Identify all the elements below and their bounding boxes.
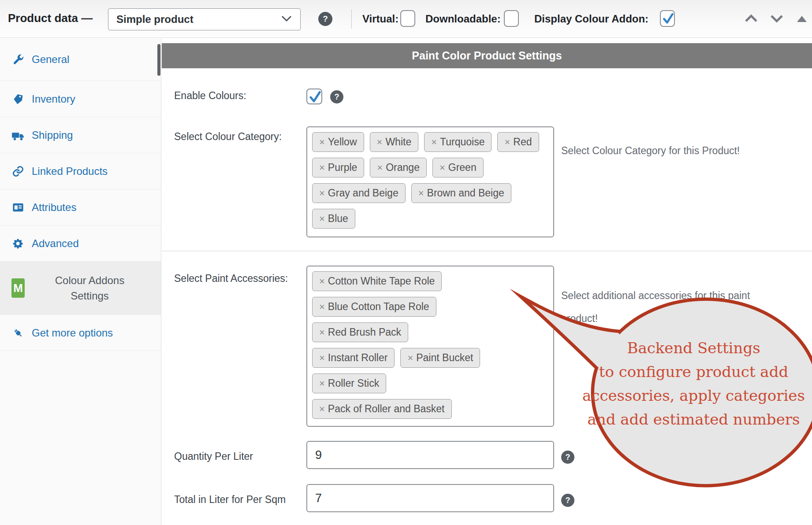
tab-label: Shipping <box>32 129 73 141</box>
colour-category-hint: Select Colour Category for this Product! <box>561 145 740 157</box>
colour-addons-settings-panel: Paint Color Product Settings Enable Colo… <box>162 38 812 525</box>
product-type-value: Simple product <box>116 13 281 26</box>
colour-addons-logo-icon: M <box>11 278 25 298</box>
remove-tag-icon[interactable]: × <box>418 189 424 198</box>
quantity-per-liter-label: Quantity Per Liter <box>174 451 253 462</box>
product-type-help-icon[interactable]: ? <box>318 12 332 26</box>
remove-tag-icon[interactable]: × <box>431 137 437 147</box>
enable-colours-checkbox[interactable] <box>306 89 322 104</box>
product-data-tabs: General Inventory Shipping Linked Produc… <box>0 38 161 525</box>
remove-tag-icon[interactable]: × <box>377 137 383 147</box>
link-icon <box>11 165 25 177</box>
total-liter-per-sqm-help-icon[interactable]: ? <box>561 494 574 507</box>
colour-category-tag[interactable]: ×Purple <box>312 158 364 177</box>
tab-advanced[interactable]: Advanced <box>0 226 161 262</box>
remove-tag-icon[interactable]: × <box>504 137 510 147</box>
tab-linked-products[interactable]: Linked Products <box>0 153 161 189</box>
enable-colours-help-icon[interactable]: ? <box>330 90 343 104</box>
virtual-checkbox[interactable] <box>400 10 415 27</box>
paint-accessory-tag[interactable]: ×Red Brush Pack <box>312 322 408 342</box>
index-card-icon <box>11 201 25 214</box>
truck-icon <box>11 129 25 141</box>
tag-label: Purple <box>328 162 357 174</box>
colour-category-tag[interactable]: ×Gray and Beige <box>312 183 406 203</box>
remove-tag-icon[interactable]: × <box>319 328 325 337</box>
tab-label: Get more options <box>32 327 113 339</box>
colour-category-tag[interactable]: ×White <box>370 132 419 152</box>
paint-accessories-hint: Select additional accessories for this p… <box>561 284 773 330</box>
paint-accessories-label: Select Paint Accessories: <box>174 273 288 285</box>
tab-inventory[interactable]: Inventory <box>0 81 161 117</box>
scrollbar-thumb[interactable] <box>157 44 160 76</box>
total-liter-per-sqm-label: Total in Liter for Per Sqm <box>174 494 286 506</box>
colour-category-multiselect[interactable]: ×Yellow×White×Turquoise×Red×Purple×Orang… <box>306 126 554 237</box>
paint-accessory-tag[interactable]: ×Instant Roller <box>312 348 395 368</box>
plug-icon <box>11 327 25 339</box>
wrench-icon <box>11 53 25 66</box>
colour-category-tag[interactable]: ×Red <box>497 132 539 152</box>
move-down-icon[interactable] <box>769 13 785 26</box>
remove-tag-icon[interactable]: × <box>319 137 325 147</box>
paint-accessory-tag[interactable]: ×Pack of Roller and Basket <box>312 399 452 419</box>
tab-colour-addons-settings[interactable]: M Colour Addons Settings <box>0 262 161 315</box>
tag-label: Turquoise <box>440 136 484 148</box>
tab-label: Advanced <box>32 237 79 250</box>
tag-label: Blue Cotton Tape Role <box>328 301 429 313</box>
remove-tag-icon[interactable]: × <box>319 404 325 414</box>
colour-category-tag[interactable]: ×Blue <box>312 209 355 229</box>
remove-tag-icon[interactable]: × <box>319 189 325 198</box>
toggle-panel-icon[interactable] <box>796 15 808 25</box>
tab-get-more-options[interactable]: Get more options <box>0 315 161 351</box>
paint-accessory-tag[interactable]: ×Cotton White Tape Role <box>312 271 442 291</box>
remove-tag-icon[interactable]: × <box>407 353 413 363</box>
tag-label: Orange <box>386 162 420 174</box>
divider <box>351 9 352 29</box>
tag-label: Instant Roller <box>328 352 388 364</box>
virtual-label: Virtual: <box>362 13 399 25</box>
display-colour-addon-checkbox[interactable] <box>660 10 675 27</box>
gear-icon <box>11 237 25 250</box>
tag-label: Blue <box>328 213 348 225</box>
quantity-per-liter-help-icon[interactable]: ? <box>561 451 574 464</box>
tag-label: Pack of Roller and Basket <box>328 403 445 415</box>
paint-accessory-tag[interactable]: ×Roller Stick <box>312 373 386 393</box>
annotation-text: Backend Settings to configure product ad… <box>567 336 812 431</box>
remove-tag-icon[interactable]: × <box>319 379 325 388</box>
remove-tag-icon[interactable]: × <box>319 302 325 312</box>
colour-category-tag[interactable]: ×Brown and Beige <box>411 183 511 203</box>
colour-category-tag[interactable]: ×Orange <box>370 158 427 177</box>
tab-attributes[interactable]: Attributes <box>0 189 161 226</box>
remove-tag-icon[interactable]: × <box>319 163 325 173</box>
paint-accessory-tag[interactable]: ×Paint Bucket <box>400 348 480 368</box>
tab-shipping[interactable]: Shipping <box>0 117 161 153</box>
remove-tag-icon[interactable]: × <box>377 163 383 173</box>
total-liter-per-sqm-input[interactable] <box>306 484 554 512</box>
tag-label: Gray and Beige <box>328 187 399 199</box>
remove-tag-icon[interactable]: × <box>319 277 325 286</box>
tag-label: Paint Bucket <box>416 352 473 364</box>
tab-label: General <box>32 53 69 66</box>
remove-tag-icon[interactable]: × <box>319 353 325 363</box>
tag-label: Red Brush Pack <box>328 326 401 338</box>
tag-label: Yellow <box>328 136 357 148</box>
tag-label: Brown and Beige <box>427 187 504 199</box>
tab-general[interactable]: General <box>0 38 161 81</box>
remove-tag-icon[interactable]: × <box>319 214 325 224</box>
tag-label: Green <box>448 162 477 174</box>
colour-category-label: Select Colour Category: <box>174 131 282 143</box>
paint-accessories-multiselect[interactable]: ×Cotton White Tape Role×Blue Cotton Tape… <box>306 266 554 427</box>
section-divider <box>162 251 812 251</box>
product-data-header-bar: Product data — Simple product ? Virtual:… <box>0 0 812 38</box>
downloadable-label: Downloadable: <box>425 13 501 25</box>
colour-category-tag[interactable]: ×Green <box>432 158 484 177</box>
downloadable-checkbox[interactable] <box>504 10 519 27</box>
tag-label: Red <box>513 136 532 148</box>
remove-tag-icon[interactable]: × <box>440 163 445 173</box>
move-up-icon[interactable] <box>743 13 759 26</box>
colour-category-tag[interactable]: ×Yellow <box>312 132 364 152</box>
paint-accessory-tag[interactable]: ×Blue Cotton Tape Role <box>312 297 436 317</box>
quantity-per-liter-input[interactable] <box>306 441 554 469</box>
product-type-select[interactable]: Simple product <box>108 8 301 30</box>
colour-category-tag[interactable]: ×Turquoise <box>424 132 492 152</box>
tag-label: White <box>385 136 411 148</box>
